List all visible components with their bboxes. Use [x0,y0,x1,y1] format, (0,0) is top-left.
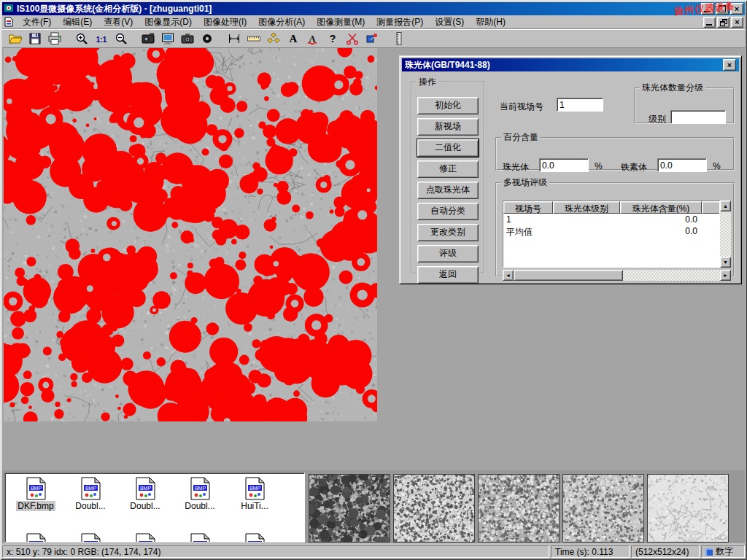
save-button[interactable] [26,31,44,47]
zoom-in-button[interactable] [72,31,91,47]
menu-image-display[interactable]: 图像显示(D) [139,15,198,28]
thumbnail-3[interactable] [478,474,560,542]
bmp-file-icon: BMP [245,533,265,542]
initialize-button[interactable]: 初始化 [417,97,479,114]
multifield-table[interactable]: 视场号珠光体级别珠光体含量(%)铁素体 10.0平均值0.0 [503,201,720,268]
help-button[interactable]: ? [323,31,342,47]
table-cell [553,225,620,237]
menu-image-process[interactable]: 图像处理(I) [198,15,252,28]
actual-size-button[interactable]: 1:1 [92,31,111,47]
correct-button[interactable]: 修正 [417,160,479,178]
child-close-button[interactable]: × [731,17,743,28]
child-restore-button[interactable] [717,17,729,28]
table-row[interactable]: 10.0 [503,214,720,225]
change-category-button[interactable]: 更改类别 [417,224,479,241]
cut-button[interactable] [343,31,362,47]
maximize-button[interactable] [716,3,729,15]
pearlite-value-input[interactable] [539,158,589,172]
thumbnail-1[interactable] [309,474,390,542]
table-cell: 0.0 [620,214,702,225]
metallographic-image[interactable] [4,48,377,421]
probe-button[interactable] [363,31,382,47]
open-button[interactable] [6,31,25,47]
menu-help[interactable]: 帮助(H) [470,15,511,28]
child-minimize-button[interactable] [703,17,716,28]
menu-measure-report[interactable]: 测量报告(P) [371,15,429,28]
level-input[interactable] [670,110,726,124]
return-button[interactable]: 返回 [417,266,479,284]
vertical-scroll-track[interactable] [720,211,731,257]
minimize-button[interactable] [701,3,714,15]
current-field-input[interactable] [557,98,603,112]
column-header[interactable]: 视场号 [503,201,553,214]
monitor-button[interactable] [158,31,177,47]
horizontal-scrollbar[interactable]: ◄ ► [503,270,731,281]
ruler-vertical-button[interactable] [390,31,409,47]
scroll-left-button[interactable]: ◄ [503,270,514,281]
status-mode-label: 数字 [716,545,733,558]
file-item[interactable]: BMPDoubl... [174,477,226,511]
target-button[interactable] [198,31,217,47]
file-item-partial[interactable]: BMP [119,533,171,542]
camera-button[interactable] [178,31,197,47]
file-item[interactable]: BMPDoubl... [119,477,171,511]
new-field-button[interactable]: 新视场 [417,118,479,136]
text-annotate-icon: A [286,31,301,46]
column-header[interactable]: 珠光体级别 [553,201,620,214]
svg-text:BMP: BMP [194,542,206,543]
pick-pearlite-button[interactable]: 点取珠光体 [417,182,479,199]
thumbnail-5[interactable] [647,474,729,542]
thumbnail-4[interactable] [562,474,644,542]
text-annotate-button[interactable]: A [284,31,303,47]
file-item-partial[interactable]: BMP [174,533,226,542]
bmp-file-icon: BMP [81,477,101,500]
menu-image-analysis[interactable]: 图像分析(A) [252,15,311,28]
scroll-down-button[interactable]: ▼ [720,257,731,268]
text-style-button[interactable]: A [303,31,322,47]
pearlite-dialog: 珠光体(GB/T9441-88) × 操作 初始化新视场二值化修正点取珠光体自动… [399,55,742,284]
scroll-right-button[interactable]: ► [720,270,731,281]
status-mode: 数字 [701,545,745,558]
ferrite-value-input[interactable] [657,158,707,172]
menu-view[interactable]: 查看(V) [98,15,139,28]
grading-group: 珠光体数量分级 级别 [634,82,735,124]
multifield-group-label: 多视场评级 [501,176,549,189]
binarize-button[interactable]: 二值化 [417,139,479,157]
ferrite-unit: % [713,161,721,171]
menu-settings[interactable]: 设置(S) [429,15,470,28]
menu-file[interactable]: 文件(F) [17,15,57,28]
table-header: 视场号珠光体级别珠光体含量(%)铁素体 [503,201,720,214]
auto-classify-button[interactable]: 自动分类 [417,203,479,220]
measure-distance-button[interactable] [225,31,244,47]
scroll-up-button[interactable]: ▲ [720,201,731,211]
menu-image-measure[interactable]: 图像测量(M) [311,15,371,28]
column-header[interactable]: 珠光体含量(%) [620,201,702,214]
print-button[interactable] [45,31,64,47]
toolbar-items: 1:1AA? [6,31,409,47]
menu-edit[interactable]: 编辑(E) [57,15,98,28]
thumbnail-2[interactable] [393,474,475,542]
vertical-scrollbar[interactable]: ▲ ▼ [720,201,731,268]
measure-area-button[interactable] [264,31,283,47]
column-header[interactable]: 铁素体 [702,201,720,214]
horizontal-scroll-thumb[interactable] [514,270,623,281]
ruler-vertical-icon [392,31,406,46]
file-item[interactable]: BMPDoubl... [64,477,117,511]
dialog-close-button[interactable]: × [723,59,736,71]
zoom-out-icon [114,31,128,46]
ruler-horizontal-button[interactable] [244,31,263,47]
file-list[interactable]: BMPDKF.bmpBMPDoubl...BMPDoubl...BMPDoubl… [4,472,305,542]
file-item-partial[interactable]: BMP [64,533,117,542]
rate-button[interactable]: 评级 [417,245,479,262]
ferrite-label: 铁素体 [621,161,647,174]
close-button[interactable]: × [730,3,743,15]
zoom-out-button[interactable] [112,31,131,47]
file-item-partial[interactable]: BMP [228,533,281,542]
grading-group-label: 珠光体数量分级 [640,82,705,94]
zoom-in-icon [74,31,89,46]
video-capture-button[interactable] [139,31,158,47]
table-row[interactable]: 平均值0.0 [503,225,720,237]
file-item[interactable]: BMPHuiTi... [228,477,281,511]
file-item-partial[interactable]: BMP [9,533,62,542]
file-item[interactable]: BMPDKF.bmp [9,477,62,511]
